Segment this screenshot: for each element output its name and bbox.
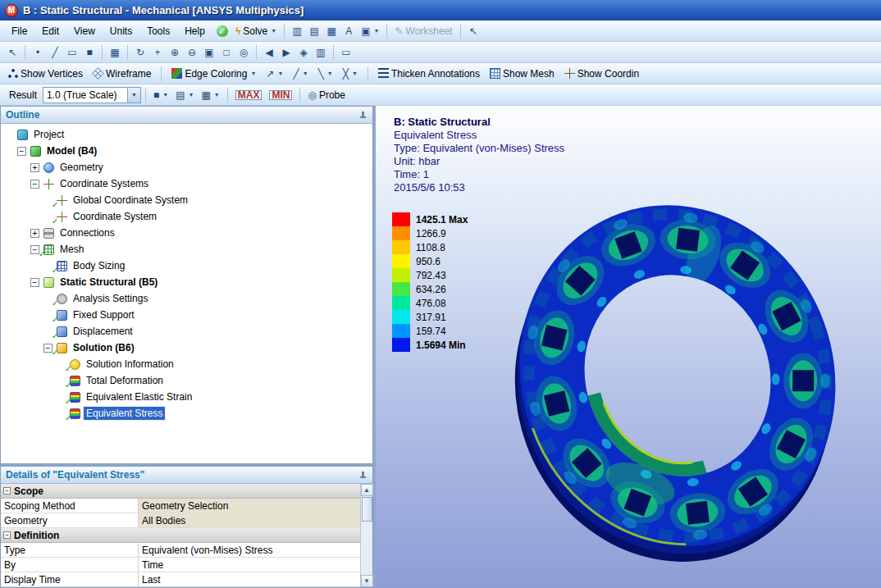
detail-value-display-time[interactable]: Last bbox=[139, 572, 360, 586]
box-zoom-icon[interactable]: ▣ bbox=[201, 44, 217, 61]
tree-item-coordinate-systems[interactable]: −Coordinate Systems bbox=[1, 175, 372, 192]
collapse-expander[interactable]: − bbox=[3, 487, 11, 495]
collapse-expander[interactable]: − bbox=[30, 278, 39, 287]
dropdown-arrow-icon[interactable]: ▼ bbox=[352, 71, 358, 76]
dropdown-arrow-icon[interactable]: ▼ bbox=[303, 71, 308, 76]
menu-help[interactable]: Help bbox=[177, 24, 212, 39]
menu-edit[interactable]: Edit bbox=[34, 24, 66, 39]
pan-icon[interactable]: + bbox=[149, 44, 166, 61]
collapse-expander[interactable]: − bbox=[3, 531, 11, 539]
dropdown-arrow-icon[interactable]: ▼ bbox=[162, 92, 168, 98]
dropdown-arrow-icon[interactable]: ▼ bbox=[374, 28, 380, 34]
display-style-dropdown[interactable]: ■▼ bbox=[150, 87, 171, 103]
tree-item-project[interactable]: Project bbox=[1, 126, 372, 143]
edge-connection-dropdown[interactable]: ╱▼ bbox=[290, 66, 311, 82]
next-view-icon[interactable]: ▶ bbox=[278, 44, 294, 61]
detail-value-scoping-method[interactable]: Geometry Selection bbox=[139, 499, 360, 513]
thicken-annotations-toggle[interactable]: Thicken Annotations bbox=[375, 66, 483, 82]
min-annotation-toggle[interactable]: MIN bbox=[266, 87, 295, 103]
tree-item-analysis-settings[interactable]: ✓Analysis Settings bbox=[1, 290, 372, 307]
menu-tools[interactable]: Tools bbox=[139, 24, 177, 39]
tree-item-model-b4[interactable]: −Model (B4) bbox=[1, 143, 372, 159]
fit-view-icon[interactable]: □ bbox=[218, 44, 235, 61]
dropdown-arrow-icon[interactable]: ▼ bbox=[271, 28, 276, 34]
image-capture-icon[interactable]: ▦ bbox=[323, 23, 340, 39]
selection-info-cursor-icon[interactable]: ↖ bbox=[465, 23, 482, 39]
edge-coloring-dropdown[interactable]: Edge Coloring▼ bbox=[168, 66, 259, 82]
tree-item-global-coordinate-system[interactable]: ✓Global Coordinate System bbox=[1, 192, 372, 208]
combo-dropdown-icon[interactable]: ▼ bbox=[127, 88, 140, 103]
edge-constraint-dropdown[interactable]: ╳▼ bbox=[340, 66, 361, 82]
collapse-expander[interactable]: − bbox=[30, 180, 39, 189]
show-coordinate-systems-toggle[interactable]: Show Coordin bbox=[561, 66, 642, 82]
detail-value-geometry[interactable]: All Bodies bbox=[139, 513, 360, 527]
select-mode-icon[interactable]: ↖ bbox=[4, 44, 21, 61]
ruler-icon[interactable]: ▭ bbox=[338, 44, 354, 61]
solve-status-icon[interactable]: ✓ bbox=[213, 23, 231, 39]
details-scrollbar[interactable]: ▲ ▼ bbox=[360, 484, 372, 587]
expand-expander[interactable]: + bbox=[30, 163, 39, 172]
viewports-icon[interactable]: ▥ bbox=[313, 44, 329, 61]
extend-selection-icon[interactable]: ▦ bbox=[107, 44, 123, 61]
show-vertices-toggle[interactable]: Show Vertices bbox=[4, 66, 86, 82]
tree-item-mesh[interactable]: −✓Mesh bbox=[1, 241, 372, 258]
dropdown-arrow-icon[interactable]: ▼ bbox=[327, 71, 333, 76]
new-chart-icon[interactable]: ▥ bbox=[289, 23, 305, 39]
face-filter-icon[interactable]: ▭ bbox=[64, 44, 80, 61]
new-table-icon[interactable]: ▤ bbox=[306, 23, 322, 39]
zoom-out-icon[interactable]: ⊖ bbox=[184, 44, 200, 61]
tree-item-coordinate-system[interactable]: ✓Coordinate System bbox=[1, 208, 372, 225]
annotation-label-icon[interactable]: A bbox=[340, 23, 357, 39]
show-mesh-toggle[interactable]: Show Mesh bbox=[486, 66, 558, 82]
probe-button[interactable]: ◎Probe bbox=[304, 87, 349, 103]
scroll-down-icon[interactable]: ▼ bbox=[361, 575, 373, 587]
solve-button[interactable]: ϟSolve▼ bbox=[232, 23, 280, 39]
menu-file[interactable]: File bbox=[4, 24, 34, 39]
rotate-view-icon[interactable]: ↻ bbox=[132, 44, 148, 61]
tree-item-equivalent-elastic-strain[interactable]: ✓Equivalent Elastic Strain bbox=[1, 389, 372, 405]
max-annotation-toggle[interactable]: MAX bbox=[232, 87, 266, 103]
body-filter-icon[interactable]: ■ bbox=[81, 44, 98, 61]
tree-item-total-deformation[interactable]: ✓Total Deformation bbox=[1, 372, 372, 389]
tree-item-body-sizing[interactable]: ✓Body Sizing bbox=[1, 258, 372, 274]
contour-display-dropdown[interactable]: ▤▼ bbox=[172, 87, 197, 103]
details-category-definition[interactable]: −Definition bbox=[1, 528, 360, 543]
menu-view[interactable]: View bbox=[66, 24, 103, 39]
tree-item-solution-information[interactable]: ✓Solution Information bbox=[1, 356, 372, 372]
edge-thickness-dropdown[interactable]: ╲▼ bbox=[315, 66, 336, 82]
iso-view-icon[interactable]: ◈ bbox=[295, 44, 312, 61]
tree-item-static-structural-b5[interactable]: −Static Structural (B5) bbox=[1, 274, 372, 290]
tree-item-connections[interactable]: +Connections bbox=[1, 225, 372, 241]
dropdown-arrow-icon[interactable]: ▼ bbox=[189, 92, 194, 98]
wireframe-toggle[interactable]: Wireframe bbox=[89, 66, 154, 82]
scrollbar-thumb[interactable] bbox=[362, 497, 372, 522]
result-scale-combo[interactable]: 1.0 (True Scale) ▼ bbox=[43, 87, 141, 103]
magnifier-icon[interactable]: ◎ bbox=[235, 44, 252, 61]
pin-icon[interactable] bbox=[358, 471, 367, 480]
tree-item-geometry[interactable]: +Geometry bbox=[1, 159, 372, 175]
pin-icon[interactable] bbox=[358, 111, 367, 120]
edge-filter-icon[interactable]: ╱ bbox=[47, 44, 63, 61]
tree-item-equivalent-stress[interactable]: ✓Equivalent Stress bbox=[1, 405, 372, 422]
detail-value-type[interactable]: Equivalent (von-Mises) Stress bbox=[139, 543, 360, 557]
zoom-in-icon[interactable]: ⊕ bbox=[167, 44, 183, 61]
graphics-viewport[interactable]: B: Static Structural Equivalent Stress T… bbox=[376, 106, 881, 588]
edge-display-dropdown[interactable]: ▦▼ bbox=[198, 87, 222, 103]
expand-expander[interactable]: + bbox=[30, 229, 39, 238]
tree-item-solution-b6[interactable]: −✓Solution (B6) bbox=[1, 340, 372, 356]
details-category-scope[interactable]: −Scope bbox=[1, 484, 360, 499]
title-bar[interactable]: M B : Static Structural - Mechanical [AN… bbox=[0, 0, 881, 21]
previous-view-icon[interactable]: ◀ bbox=[261, 44, 277, 61]
dropdown-arrow-icon[interactable]: ▼ bbox=[250, 71, 256, 76]
vertex-filter-icon[interactable]: • bbox=[30, 44, 46, 61]
edge-direction-dropdown[interactable]: ↗▼ bbox=[262, 66, 286, 82]
collapse-expander[interactable]: − bbox=[17, 147, 26, 156]
detail-value-by[interactable]: Time bbox=[139, 558, 360, 572]
tree-item-displacement[interactable]: ✓Displacement bbox=[1, 323, 372, 340]
scroll-up-icon[interactable]: ▲ bbox=[361, 484, 373, 496]
model-3d-view[interactable] bbox=[472, 181, 881, 583]
menu-units[interactable]: Units bbox=[103, 24, 139, 39]
dropdown-arrow-icon[interactable]: ▼ bbox=[277, 71, 283, 76]
dropdown-arrow-icon[interactable]: ▼ bbox=[214, 92, 220, 98]
image-export-dropdown[interactable]: ▣▼ bbox=[358, 23, 382, 39]
